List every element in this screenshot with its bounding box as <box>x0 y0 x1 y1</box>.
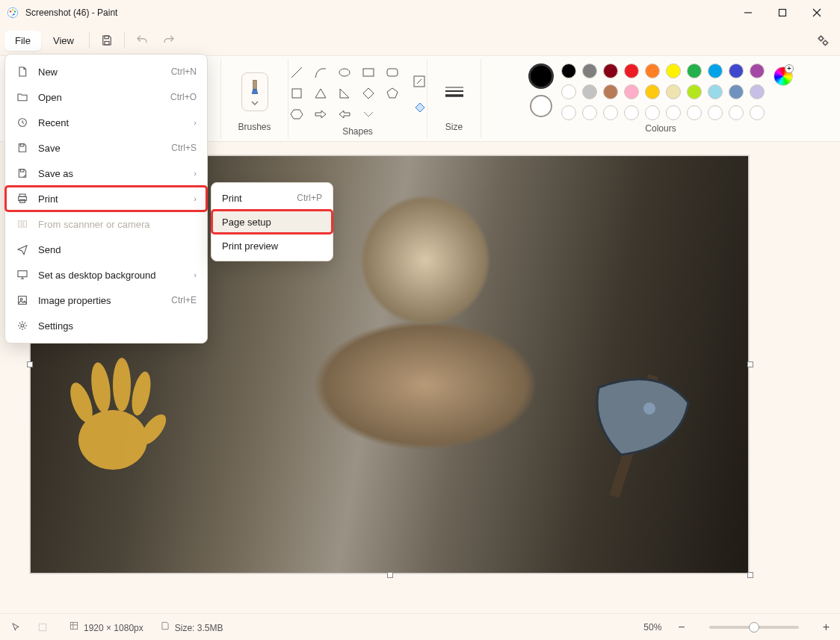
file-menu-send[interactable]: Send <box>5 237 207 262</box>
shape-hexagon-icon[interactable] <box>289 107 304 122</box>
shape-outline-icon[interactable] <box>410 72 428 90</box>
label: Open <box>38 92 62 103</box>
file-menu-recent[interactable]: Recent › <box>5 110 207 135</box>
close-button[interactable] <box>800 0 834 25</box>
colour-swatch[interactable] <box>624 105 639 120</box>
paint-app-icon <box>6 6 19 19</box>
shape-diamond-icon[interactable] <box>361 86 376 101</box>
colour-swatch[interactable] <box>750 84 765 99</box>
file-menu-open[interactable]: Open Ctrl+O <box>5 84 207 110</box>
shape-arrow-left-icon[interactable] <box>337 107 352 122</box>
colour-swatch[interactable] <box>708 63 723 78</box>
colour-swatch[interactable] <box>687 63 702 78</box>
zoom-in-button[interactable]: + <box>823 621 830 634</box>
shapes-gallery[interactable] <box>288 62 403 126</box>
file-menu-scanner: From scannner or camera <box>5 211 207 237</box>
size-label: Size <box>445 122 463 135</box>
colour-swatch[interactable] <box>561 63 576 78</box>
colour-swatch[interactable] <box>666 105 681 120</box>
colour-swatch[interactable] <box>729 84 744 99</box>
colour-swatch[interactable] <box>582 105 597 120</box>
label: Settings <box>38 320 73 332</box>
colour-1[interactable] <box>528 63 554 89</box>
svg-rect-37 <box>20 144 24 146</box>
colour-swatch[interactable] <box>666 63 681 78</box>
colour-swatch[interactable] <box>750 63 765 78</box>
svg-rect-48 <box>39 624 46 630</box>
settings-icon <box>16 320 29 332</box>
shape-line-icon[interactable] <box>289 65 304 80</box>
file-menu-settings[interactable]: Settings <box>5 313 207 338</box>
shape-pentagon-icon[interactable] <box>385 86 400 101</box>
colour-swatch[interactable] <box>729 63 744 78</box>
shape-fill-icon[interactable] <box>410 98 428 116</box>
shape-triangle-icon[interactable] <box>313 86 328 101</box>
file-menu-new[interactable]: New Ctrl+N <box>5 59 207 84</box>
colour-swatch[interactable] <box>582 84 597 99</box>
properties-icon <box>16 294 29 306</box>
size-selector[interactable] <box>441 78 468 105</box>
label: Save as <box>38 168 73 179</box>
cursor-tool-icon[interactable] <box>10 622 21 633</box>
file-menu-save[interactable]: Save Ctrl+S <box>5 135 207 161</box>
shape-roundrect-icon[interactable] <box>385 65 400 80</box>
zoom-slider-thumb[interactable] <box>749 622 759 633</box>
colour-swatch[interactable] <box>624 63 639 78</box>
shortcut: Ctrl+P <box>297 193 322 203</box>
file-menu-save-as[interactable]: Save as › <box>5 161 207 186</box>
print-submenu-print-preview[interactable]: Print preview <box>211 234 333 258</box>
file-menu-print[interactable]: Print › <box>5 186 207 211</box>
resize-handle[interactable] <box>27 361 33 367</box>
colour-swatch[interactable] <box>687 105 702 120</box>
colour-swatch[interactable] <box>729 105 744 120</box>
redo-icon[interactable] <box>156 29 182 52</box>
colour-swatch[interactable] <box>561 84 576 99</box>
shape-oval-icon[interactable] <box>337 65 352 80</box>
selection-icon[interactable] <box>37 622 48 633</box>
colour-swatch[interactable] <box>582 63 597 78</box>
shape-right-triangle-icon[interactable] <box>337 86 352 101</box>
colour-swatch[interactable] <box>561 105 576 120</box>
label: From scannner or camera <box>38 219 150 230</box>
zoom-out-button[interactable]: − <box>678 621 685 634</box>
menu-file[interactable]: File <box>4 31 41 51</box>
colour-swatch[interactable] <box>603 63 618 78</box>
edit-colours-button[interactable] <box>773 66 793 86</box>
colour-swatch[interactable] <box>750 105 765 120</box>
brush-selector[interactable] <box>241 72 268 111</box>
menu-view[interactable]: View <box>43 31 84 51</box>
settings-gear-icon[interactable] <box>810 29 836 52</box>
shape-more-icon[interactable] <box>361 107 376 122</box>
colour-swatch[interactable] <box>603 105 618 120</box>
colour-swatch[interactable] <box>603 84 618 99</box>
colour-swatch[interactable] <box>645 63 660 78</box>
colour-swatch[interactable] <box>645 84 660 99</box>
colour-swatch[interactable] <box>624 84 639 99</box>
colour-swatch[interactable] <box>708 84 723 99</box>
status-bar: 1920 × 1080px Size: 3.5MB 50% − + <box>0 613 840 640</box>
shape-polygon-icon[interactable] <box>289 86 304 101</box>
resize-handle[interactable] <box>747 361 753 367</box>
minimize-button[interactable] <box>731 0 765 25</box>
shape-rect-icon[interactable] <box>361 65 376 80</box>
shape-curve-icon[interactable] <box>313 65 328 80</box>
save-icon[interactable] <box>94 29 120 52</box>
colour-swatch[interactable] <box>708 105 723 120</box>
dimensions-icon <box>69 621 79 631</box>
colour-swatch[interactable] <box>645 105 660 120</box>
resize-handle[interactable] <box>747 572 753 578</box>
save-icon <box>16 142 29 154</box>
colour-swatch[interactable] <box>687 84 702 99</box>
undo-icon[interactable] <box>129 29 155 52</box>
resize-handle[interactable] <box>387 572 393 578</box>
file-menu-desktop-bg[interactable]: Set as desktop background › <box>5 262 207 288</box>
maximize-button[interactable] <box>765 0 800 25</box>
colour-2[interactable] <box>530 95 552 117</box>
colour-swatch[interactable] <box>666 84 681 99</box>
colour-palette[interactable] <box>561 63 766 122</box>
file-menu-image-properties[interactable]: Image properties Ctrl+E <box>5 288 207 313</box>
print-submenu-print[interactable]: Print Ctrl+P <box>211 186 333 210</box>
shape-arrow-right-icon[interactable] <box>313 107 328 122</box>
zoom-slider[interactable] <box>709 626 799 629</box>
print-submenu-page-setup[interactable]: Page setup <box>211 210 333 234</box>
